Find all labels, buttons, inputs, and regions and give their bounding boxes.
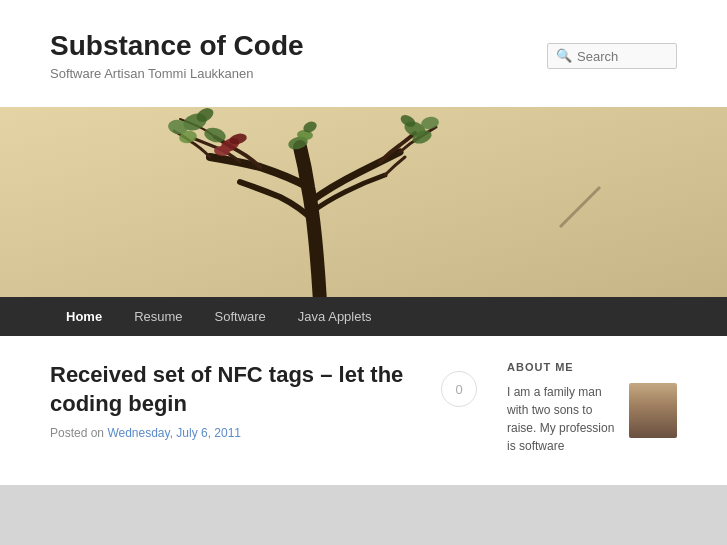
hero-image [0,107,727,297]
nav-item-software[interactable]: Software [199,297,282,336]
post-date-link[interactable]: Wednesday, July 6, 2011 [107,426,241,440]
site-header: Substance of Code Software Artisan Tommi… [0,0,727,107]
post-meta-prefix: Posted on [50,426,104,440]
comment-bubble[interactable]: 0 [441,371,477,407]
about-me-text: I am a family man with two sons to raise… [507,383,621,455]
photo-silhouette [629,383,677,438]
nav-item-home[interactable]: Home [50,297,118,336]
header-left: Substance of Code Software Artisan Tommi… [50,30,304,82]
search-icon: 🔍 [556,48,572,64]
about-me-title: ABOUT ME [507,361,677,373]
hero-svg [0,107,727,297]
svg-rect-1 [0,107,727,297]
sidebar: ABOUT ME I am a family man with two sons… [507,361,677,455]
navigation: Home Resume Software Java Applets [0,297,727,336]
nav-item-java-applets[interactable]: Java Applets [282,297,388,336]
main-content: 0 Received set of NFC tags – let the cod… [50,361,477,455]
site-tagline: Software Artisan Tommi Laukkanen [50,66,254,81]
nav-item-resume[interactable]: Resume [118,297,198,336]
about-me-content: I am a family man with two sons to raise… [507,383,677,455]
search-box[interactable]: 🔍 [547,43,677,69]
about-me-photo [629,383,677,438]
content-area: 0 Received set of NFC tags – let the cod… [0,336,727,485]
search-input[interactable] [577,49,668,64]
post-meta: Posted on Wednesday, July 6, 2011 [50,426,477,440]
post-title: Received set of NFC tags – let the codin… [50,361,477,418]
site-title[interactable]: Substance of Code [50,30,304,62]
